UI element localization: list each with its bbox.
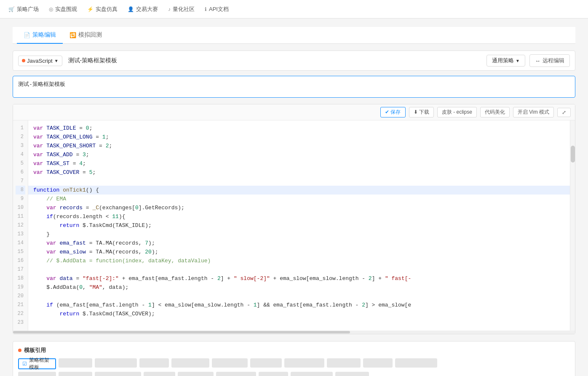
top-navigation: 🛒 策略广场 ◎ 实盘围观 ⚡ 实盘仿真 👤 交易大赛 ♪ 量化社区 ℹ API… — [0, 0, 588, 19]
code-line — [28, 292, 570, 301]
template-item[interactable] — [291, 372, 333, 376]
nav-item-live-watch[interactable]: ◎ 实盘围观 — [49, 0, 77, 18]
editor-toolbar-row: JavaScript ▼ 通用策略 ▼ ↔ 远程编辑 — [13, 51, 575, 71]
template-section: 模板引用 ☑ 策略框架模板 — [13, 341, 575, 376]
template-item[interactable] — [284, 358, 324, 368]
code-lines[interactable]: var TASK_IDLE = 0; var TASK_OPEN_LONG = … — [28, 120, 570, 331]
template-row-2 — [18, 372, 570, 376]
code-line — [28, 177, 570, 186]
code-line: var TASK_COVER = 5; — [28, 168, 570, 177]
remote-edit-button[interactable]: ↔ 远程编辑 — [529, 54, 570, 67]
line-numbers: 1 2 3 4 5 6 7 8 9 10 11 12 13 14 15 16 1… — [13, 120, 28, 331]
template-section-header: 模板引用 — [18, 347, 570, 354]
horizontal-scrollbar[interactable] — [13, 331, 575, 334]
code-line: // EMA — [28, 195, 570, 203]
chevron-down-icon: ▼ — [54, 59, 59, 63]
vim-mode-button[interactable]: 开启 Vim 模式 — [513, 107, 554, 117]
code-line: var TASK_OPEN_LONG = 1; — [28, 133, 570, 141]
editor-action-bar: ✔ 保存 ⬇ 下载 皮肤 - eclipse 代码美化 开启 Vim 模式 ⤢ — [13, 104, 575, 120]
nav-item-quant-community[interactable]: ♪ 量化社区 — [168, 0, 195, 18]
code-editor: ✔ 保存 ⬇ 下载 皮肤 - eclipse 代码美化 开启 Vim 模式 ⤢ … — [13, 104, 575, 334]
strategy-name-input[interactable] — [67, 56, 482, 66]
template-item[interactable] — [171, 358, 209, 368]
template-dot-icon — [18, 349, 21, 352]
user-icon: 👤 — [128, 6, 134, 12]
template-item[interactable] — [363, 358, 393, 368]
code-line — [28, 318, 570, 327]
template-item[interactable] — [327, 358, 361, 368]
replay-icon: 🔁 — [69, 32, 76, 38]
template-item[interactable] — [178, 372, 214, 376]
scrollbar-thumb[interactable] — [13, 331, 350, 333]
download-button[interactable]: ⬇ 下载 — [409, 107, 434, 117]
beautify-button[interactable]: 代码美化 — [480, 107, 510, 117]
tab-mock-backtest[interactable]: 🔁 模拟回测 — [63, 27, 109, 44]
code-line: $.AddData(0, "MA", data); — [28, 283, 570, 292]
template-item[interactable] — [335, 372, 369, 376]
template-item[interactable] — [95, 372, 141, 376]
doc-icon: 📄 — [24, 32, 30, 38]
music-icon: ♪ — [168, 6, 171, 12]
nav-item-live-sim[interactable]: ⚡ 实盘仿真 — [87, 0, 118, 18]
template-item[interactable] — [18, 372, 56, 376]
nav-item-strategy-market[interactable]: 🛒 策略广场 — [8, 0, 39, 18]
template-item[interactable] — [95, 358, 137, 368]
fullscreen-button[interactable]: ⤢ — [557, 108, 571, 117]
template-item[interactable] — [259, 372, 288, 376]
nav-item-api-docs[interactable]: ℹ API文档 — [205, 0, 229, 18]
vertical-scrollbar[interactable] — [570, 120, 575, 331]
code-line: var records = _C(exchanges[0].GetRecords… — [28, 203, 570, 212]
code-line: var TASK_ADD = 3; — [28, 150, 570, 159]
template-item[interactable] — [395, 358, 437, 368]
tab-bar: 📄 策略编辑 🔁 模拟回测 — [13, 27, 575, 44]
template-item[interactable] — [144, 372, 175, 376]
bolt-icon: ⚡ — [87, 6, 94, 12]
checkbox-icon[interactable]: ☑ — [22, 361, 27, 367]
template-item[interactable] — [216, 372, 256, 376]
scrollbar-thumb[interactable] — [571, 146, 575, 163]
watch-icon: ◎ — [49, 6, 53, 12]
remote-icon: ↔ — [535, 58, 540, 64]
template-item[interactable] — [250, 358, 282, 368]
code-line: var TASK_OPEN_SHORT = 2; — [28, 141, 570, 150]
template-row-1: ☑ 策略框架模板 — [18, 358, 570, 369]
nav-item-trading-comp[interactable]: 👤 交易大赛 — [128, 0, 158, 18]
template-item[interactable] — [59, 372, 92, 376]
template-item[interactable] — [139, 358, 169, 368]
lang-dot — [22, 59, 25, 62]
code-line: // $.AddData = function(index, dataKey, … — [28, 256, 570, 265]
strategy-type-button[interactable]: 通用策略 ▼ — [486, 55, 525, 67]
theme-button[interactable]: 皮肤 - eclipse — [437, 107, 477, 117]
code-line: var TASK_ST = 4; — [28, 159, 570, 168]
code-line — [28, 265, 570, 274]
code-line: return $.TaskCmd(TASK_COVER); — [28, 309, 570, 318]
code-line: if (ema_fast[ema_fast.length - 1] < ema_… — [28, 301, 570, 309]
template-item-highlighted[interactable]: ☑ 策略框架模板 — [18, 358, 56, 369]
code-line: return $.TaskCmd(TASK_IDLE); — [28, 221, 570, 230]
save-button[interactable]: ✔ 保存 — [380, 107, 405, 117]
language-selector[interactable]: JavaScript ▼ — [18, 56, 62, 66]
code-line: } — [28, 230, 570, 239]
description-input[interactable]: 测试-策略框架模板 — [13, 76, 575, 98]
code-line: if(records.length < 11){ — [28, 212, 570, 221]
cart-icon: 🛒 — [8, 6, 15, 12]
info-icon: ℹ — [205, 6, 207, 12]
tab-strategy-edit[interactable]: 📄 策略编辑 — [17, 27, 63, 44]
code-line: function onTick1() { — [28, 186, 570, 195]
code-content-area[interactable]: 1 2 3 4 5 6 7 8 9 10 11 12 13 14 15 16 1… — [13, 120, 575, 331]
template-item[interactable] — [212, 358, 248, 368]
code-line: var ema_fast = TA.MA(records, 7); — [28, 239, 570, 248]
main-content: 📄 策略编辑 🔁 模拟回测 JavaScript ▼ 通用策略 ▼ ↔ 远程编辑… — [0, 19, 588, 376]
code-line: var data = "fast[-2]:" + ema_fast[ema_fa… — [28, 274, 570, 283]
code-line: var ema_slow = TA.MA(records, 20); — [28, 248, 570, 256]
template-item[interactable] — [59, 358, 92, 368]
chevron-down-icon: ▼ — [516, 59, 520, 63]
code-line: var TASK_IDLE = 0; — [28, 124, 570, 133]
